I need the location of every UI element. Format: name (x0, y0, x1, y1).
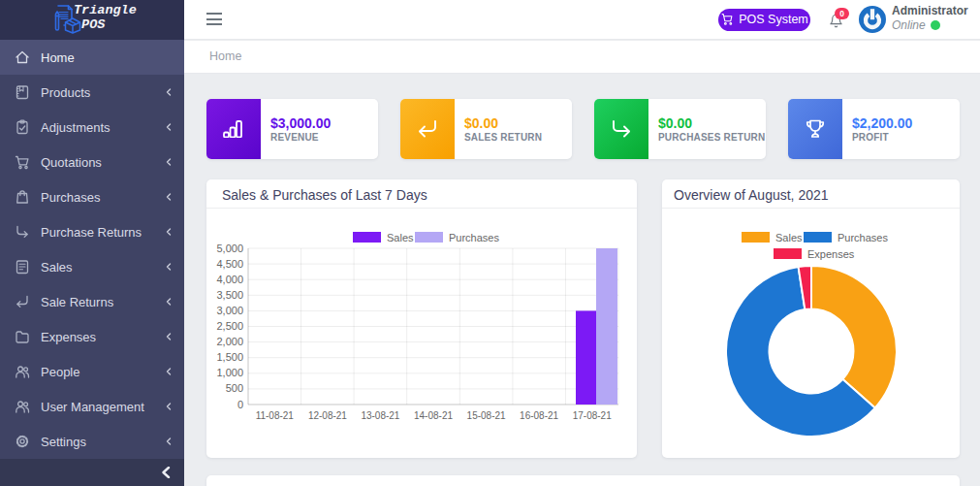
svg-text:Expenses: Expenses (807, 248, 855, 260)
svg-text:Purchases: Purchases (449, 232, 499, 243)
svg-text:2,500: 2,500 (216, 320, 243, 332)
svg-text:500: 500 (226, 382, 243, 394)
svg-text:2,000: 2,000 (216, 336, 243, 347)
svg-text:15-08-21: 15-08-21 (467, 410, 506, 421)
svg-text:0: 0 (237, 399, 243, 410)
svg-text:14-08-21: 14-08-21 (414, 410, 453, 421)
svg-text:1,000: 1,000 (216, 367, 243, 378)
svg-text:Sales: Sales (387, 232, 414, 243)
svg-text:17-08-21: 17-08-21 (573, 410, 612, 421)
svg-text:Sales: Sales (775, 232, 803, 243)
svg-text:3,000: 3,000 (216, 305, 243, 316)
svg-text:16-08-21: 16-08-21 (520, 410, 558, 421)
svg-text:11-08-21: 11-08-21 (256, 410, 295, 421)
svg-text:5,000: 5,000 (216, 243, 243, 254)
svg-text:4,500: 4,500 (216, 258, 243, 270)
svg-text:12-08-21: 12-08-21 (308, 410, 347, 421)
svg-text:1,500: 1,500 (216, 351, 243, 363)
svg-text:13-08-21: 13-08-21 (361, 410, 399, 421)
svg-text:Purchases: Purchases (838, 232, 888, 243)
svg-text:3,500: 3,500 (216, 289, 243, 301)
svg-text:4,000: 4,000 (216, 274, 243, 285)
